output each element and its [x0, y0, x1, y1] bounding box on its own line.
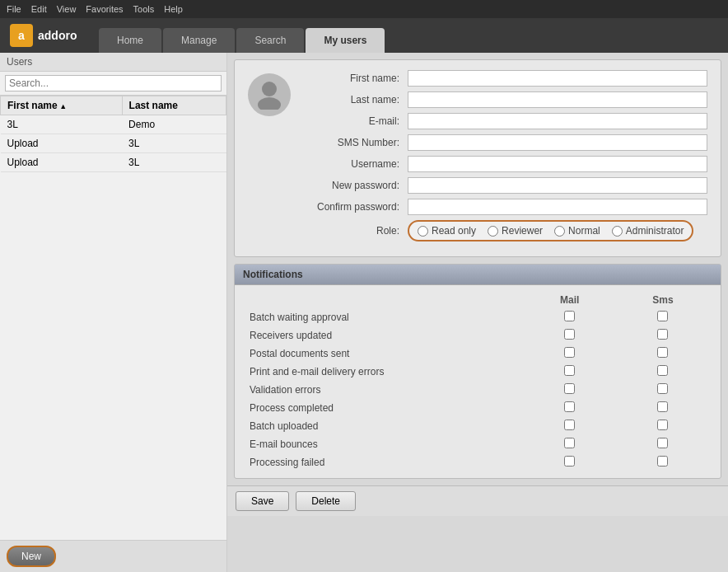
- form-body: First name: Last name: E-mail: SMS Numbe…: [248, 70, 707, 246]
- notif-mail-checkbox-3[interactable]: [564, 365, 575, 376]
- notif-sms-checkbox-6[interactable]: [657, 420, 668, 430]
- role-reviewer-radio[interactable]: [488, 226, 498, 237]
- confirmpassword-label: Confirm password:: [301, 201, 408, 213]
- notif-mail-check[interactable]: [525, 308, 615, 326]
- menu-view[interactable]: View: [57, 4, 77, 14]
- notif-label: Process completed: [245, 399, 525, 417]
- menu-help[interactable]: Help: [164, 4, 183, 14]
- logo-text: addoro: [38, 29, 77, 42]
- main-content: First name: Last name: E-mail: SMS Numbe…: [227, 53, 728, 572]
- notif-sms-checkbox-8[interactable]: [657, 456, 668, 467]
- menu-tools[interactable]: Tools: [133, 4, 155, 14]
- col-firstname[interactable]: First name: [1, 96, 123, 115]
- notif-sms-check[interactable]: [615, 308, 711, 326]
- notif-mail-checkbox-2[interactable]: [564, 347, 575, 358]
- notif-mail-checkbox-7[interactable]: [564, 438, 575, 448]
- tab-search[interactable]: Search: [236, 28, 304, 53]
- role-readonly[interactable]: Read only: [418, 225, 476, 237]
- firstname-row: First name:: [301, 70, 707, 87]
- username-label: Username:: [301, 158, 408, 170]
- notif-sms-checkbox-3[interactable]: [657, 365, 668, 376]
- save-button[interactable]: Save: [236, 491, 289, 511]
- new-button[interactable]: New: [7, 546, 56, 567]
- role-administrator-label: Administrator: [626, 225, 684, 237]
- lastname-label: Last name:: [301, 94, 408, 105]
- table-row[interactable]: 3L Demo: [1, 115, 226, 134]
- role-normal-radio[interactable]: [554, 226, 565, 237]
- notif-mail-checkbox-4[interactable]: [564, 383, 575, 394]
- notif-mail-check[interactable]: [525, 326, 615, 345]
- notif-sms-check[interactable]: [615, 435, 711, 453]
- cell-lastname: Demo: [122, 115, 226, 134]
- col-lastname[interactable]: Last name: [122, 96, 226, 115]
- notif-sms-check[interactable]: [615, 453, 711, 471]
- notif-sms-check[interactable]: [615, 399, 711, 417]
- role-reviewer[interactable]: Reviewer: [488, 225, 543, 237]
- role-normal[interactable]: Normal: [554, 225, 600, 237]
- notif-sms-checkbox-7[interactable]: [657, 438, 668, 448]
- confirmpassword-input[interactable]: [408, 199, 707, 215]
- avatar: [248, 73, 291, 116]
- form-fields: First name: Last name: E-mail: SMS Numbe…: [301, 70, 707, 246]
- search-input[interactable]: [5, 75, 222, 91]
- tab-home[interactable]: Home: [99, 28, 161, 53]
- notif-mail-check[interactable]: [525, 381, 615, 399]
- notif-label: Receivers updated: [245, 326, 525, 345]
- firstname-input[interactable]: [408, 70, 707, 87]
- notif-label: Batch waiting approval: [245, 308, 525, 326]
- notif-mail-check[interactable]: [525, 453, 615, 471]
- cell-firstname: 3L: [1, 115, 123, 134]
- notif-sms-checkbox-2[interactable]: [657, 347, 668, 358]
- notif-sms-checkbox-1[interactable]: [657, 329, 668, 340]
- role-administrator-radio[interactable]: [612, 226, 623, 237]
- notif-sms-check[interactable]: [615, 345, 711, 363]
- table-row[interactable]: Upload 3L: [1, 134, 226, 153]
- email-input[interactable]: [408, 113, 707, 129]
- menu-file[interactable]: File: [7, 4, 21, 14]
- sms-label: SMS Number:: [301, 137, 408, 148]
- notif-sms-check[interactable]: [615, 381, 711, 399]
- notif-sms-checkbox-4[interactable]: [657, 383, 668, 394]
- tab-myusers[interactable]: My users: [306, 28, 385, 53]
- newpassword-input[interactable]: [408, 177, 707, 194]
- role-row: Role: Read only Reviewer: [301, 220, 707, 241]
- notif-mail-checkbox-0[interactable]: [564, 311, 575, 321]
- notif-mail-checkbox-8[interactable]: [564, 456, 575, 467]
- role-administrator[interactable]: Administrator: [612, 225, 684, 237]
- notif-label: Processing failed: [245, 453, 525, 471]
- table-row[interactable]: Upload 3L: [1, 153, 226, 172]
- notif-label: Validation errors: [245, 381, 525, 399]
- notif-mail-check[interactable]: [525, 417, 615, 435]
- notif-mail-check[interactable]: [525, 363, 615, 381]
- confirmpassword-row: Confirm password:: [301, 199, 707, 215]
- notif-sms-checkbox-5[interactable]: [657, 401, 668, 412]
- notif-mail-checkbox-6[interactable]: [564, 420, 575, 430]
- menu-favorites[interactable]: Favorites: [86, 4, 123, 14]
- menu-items: File Edit View Favorites Tools Help: [7, 4, 183, 14]
- newpassword-row: New password:: [301, 177, 707, 194]
- notif-mail-check[interactable]: [525, 435, 615, 453]
- notif-mail-checkbox-1[interactable]: [564, 329, 575, 340]
- notif-sms-check[interactable]: [615, 363, 711, 381]
- newpassword-label: New password:: [301, 180, 408, 191]
- notif-label: Print and e-mail delivery errors: [245, 363, 525, 381]
- notifications-header: Notifications: [235, 265, 721, 285]
- sms-input[interactable]: [408, 134, 707, 151]
- lastname-input[interactable]: [408, 91, 707, 108]
- lastname-row: Last name:: [301, 91, 707, 108]
- notif-mail-check[interactable]: [525, 345, 615, 363]
- sidebar: Users First name Last name 3L Demo: [0, 53, 227, 572]
- username-input[interactable]: [408, 156, 707, 172]
- menu-edit[interactable]: Edit: [31, 4, 47, 14]
- role-label: Role:: [301, 225, 408, 237]
- notif-mail-check[interactable]: [525, 399, 615, 417]
- tab-manage[interactable]: Manage: [163, 28, 235, 53]
- role-readonly-radio[interactable]: [418, 226, 428, 237]
- notif-row: Receivers updated: [245, 326, 711, 345]
- notif-row: Process completed: [245, 399, 711, 417]
- notif-sms-checkbox-0[interactable]: [657, 311, 668, 321]
- notif-mail-checkbox-5[interactable]: [564, 401, 575, 412]
- notif-sms-check[interactable]: [615, 417, 711, 435]
- notif-sms-check[interactable]: [615, 326, 711, 345]
- delete-button[interactable]: Delete: [296, 491, 356, 511]
